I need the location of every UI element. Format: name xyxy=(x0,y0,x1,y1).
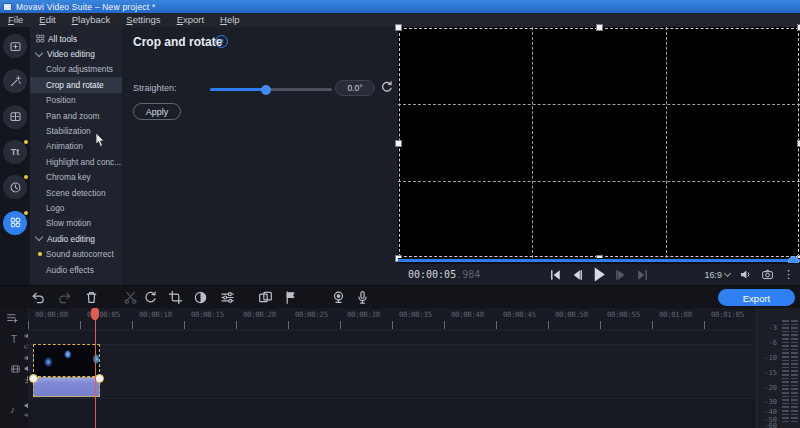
tool-item-audio-editing[interactable]: Audio editing xyxy=(30,231,122,246)
slider-knob[interactable] xyxy=(261,85,271,95)
more-options-icon[interactable]: ⋮ xyxy=(783,267,794,282)
clip-left-handle[interactable] xyxy=(29,374,38,383)
crop-grid-line xyxy=(532,27,533,258)
timeline-ruler[interactable]: 00:00:0000:00:0500:00:1000:00:1500:00:20… xyxy=(28,308,755,330)
tool-item-position[interactable]: Position xyxy=(30,93,122,108)
audio-track-lane[interactable] xyxy=(28,398,755,428)
tool-item-video-editing[interactable]: Video editing xyxy=(30,46,122,61)
record-audio-icon[interactable] xyxy=(355,290,370,305)
video-track-lane[interactable] xyxy=(28,344,755,399)
titles-track-lane[interactable] xyxy=(28,330,755,345)
chevron-down-icon xyxy=(35,48,43,56)
filters-wand-icon[interactable] xyxy=(3,69,27,93)
more-tools-grid-icon[interactable] xyxy=(3,211,27,235)
clip-audio-bar[interactable] xyxy=(33,377,100,397)
clip-properties-icon[interactable] xyxy=(220,290,235,305)
tool-item-animation[interactable]: Animation xyxy=(30,139,122,154)
straighten-slider[interactable] xyxy=(210,88,332,91)
undo-icon[interactable] xyxy=(30,290,45,305)
aspect-ratio-select[interactable]: 16:9 xyxy=(704,270,730,280)
volume-icon[interactable] xyxy=(739,268,752,281)
tool-item-label: Position xyxy=(46,95,76,105)
ruler-timestamp: 00:00:00 xyxy=(35,310,68,319)
tool-item-pan-and-zoom[interactable]: Pan and zoom xyxy=(30,108,122,123)
clip-video-thumbnail[interactable] xyxy=(33,344,100,377)
marker-flag-icon[interactable] xyxy=(283,290,298,305)
color-adjustments-icon[interactable] xyxy=(193,290,208,305)
ruler-timestamp: 00:00:50 xyxy=(555,310,588,319)
play-button[interactable] xyxy=(591,266,608,283)
crop-handle[interactable] xyxy=(395,24,402,31)
straighten-value[interactable]: 0.0° xyxy=(335,80,375,96)
menu-export[interactable]: Export xyxy=(169,13,212,27)
crop-grid-line xyxy=(398,104,800,105)
tool-item-slow-motion[interactable]: Slow motion xyxy=(30,216,122,231)
tool-item-label: Slow motion xyxy=(46,218,91,228)
tool-item-label: Video editing xyxy=(47,49,95,59)
tool-item-scene-detection[interactable]: Scene detection xyxy=(30,185,122,200)
titles-track-icon: T xyxy=(11,334,21,345)
reset-rotation-icon[interactable] xyxy=(380,80,394,94)
menu-settings[interactable]: Settings xyxy=(118,13,168,27)
playhead-line xyxy=(95,308,96,428)
crop-handle[interactable] xyxy=(596,24,603,31)
meter-db-label: -10 xyxy=(764,354,777,362)
selected-clip[interactable] xyxy=(33,344,100,397)
menu-edit[interactable]: Edit xyxy=(31,13,63,27)
add-track-icon[interactable] xyxy=(5,312,20,325)
titles-icon[interactable]: Tt xyxy=(3,140,27,164)
rotate-icon[interactable] xyxy=(143,290,158,305)
tool-item-chroma-key[interactable]: Chroma key xyxy=(30,170,122,185)
crop-frame[interactable] xyxy=(399,28,799,257)
tool-item-label: Crop and rotate xyxy=(46,80,104,90)
meter-db-label: -3 xyxy=(769,324,777,332)
tool-item-label: Pan and zoom xyxy=(46,111,100,121)
tool-item-sound-autocorrect[interactable]: Sound autocorrect xyxy=(30,246,122,261)
crop-handle[interactable] xyxy=(395,140,402,147)
import-media-icon[interactable] xyxy=(3,34,27,58)
next-frame-button[interactable] xyxy=(614,268,629,283)
tools-panel: All toolsVideo editingColor adjustmentsC… xyxy=(30,27,123,285)
transition-wizard-icon[interactable] xyxy=(258,290,273,305)
edit-toolbar: Export xyxy=(0,285,800,309)
export-button[interactable]: Export xyxy=(718,289,795,306)
chevron-down-icon xyxy=(35,233,43,241)
apply-button[interactable]: Apply xyxy=(133,103,181,120)
tool-item-all-tools[interactable]: All tools xyxy=(30,31,122,46)
menu-file[interactable]: File xyxy=(0,13,31,27)
sidebar: Tt xyxy=(0,27,30,285)
tool-item-label: Scene detection xyxy=(46,188,106,198)
tool-item-crop-and-rotate[interactable]: Crop and rotate xyxy=(30,77,122,92)
delete-icon[interactable] xyxy=(84,290,99,305)
tool-item-logo[interactable]: Logo xyxy=(30,200,122,215)
stickers-clock-icon[interactable] xyxy=(3,175,27,199)
tool-item-color-adjustments[interactable]: Color adjustments xyxy=(30,62,122,77)
previous-frame-button[interactable] xyxy=(570,268,585,283)
snapshot-camera-icon[interactable] xyxy=(761,268,774,281)
menu-help[interactable]: Help xyxy=(212,13,248,27)
tool-item-audio-effects[interactable]: Audio effects xyxy=(30,262,122,277)
tool-item-highlight-and-conc[interactable]: Highlight and conc... xyxy=(30,154,122,169)
ruler-timestamp: 00:00:40 xyxy=(451,310,484,319)
clip-right-handle[interactable] xyxy=(95,374,104,383)
meter-db-label: -60 xyxy=(764,422,777,428)
new-feature-dot xyxy=(24,175,28,179)
menu-playback[interactable]: Playback xyxy=(64,13,119,27)
record-video-icon[interactable] xyxy=(331,290,346,305)
help-icon[interactable]: ? xyxy=(215,35,228,48)
ruler-timestamp: 00:01:00 xyxy=(659,310,692,319)
meter-db-label: -6 xyxy=(769,339,777,347)
tool-item-label: Logo xyxy=(46,203,64,213)
skip-to-start-button[interactable] xyxy=(549,268,564,283)
window-title: Movavi Video Suite – New project * xyxy=(16,2,155,12)
seek-progress xyxy=(398,259,800,262)
meter-db-label: -30 xyxy=(764,398,777,406)
mouse-cursor xyxy=(95,133,106,148)
ruler-timestamp: 00:00:45 xyxy=(503,310,536,319)
crop-icon[interactable] xyxy=(168,290,183,305)
playhead-marker[interactable] xyxy=(91,308,99,320)
tool-item-stabilization[interactable]: Stabilization xyxy=(30,123,122,138)
meter-bar-left xyxy=(782,320,789,424)
skip-to-end-button[interactable] xyxy=(635,268,650,283)
transitions-icon[interactable] xyxy=(3,105,27,129)
